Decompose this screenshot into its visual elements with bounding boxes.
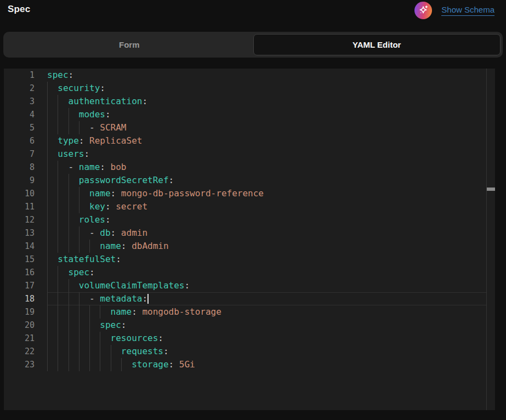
code-line-content: name: mongo-db-password-reference: [47, 187, 486, 200]
code-line[interactable]: 18 - metadata:: [4, 292, 495, 305]
code-text: - SCRAM: [47, 121, 486, 134]
code-text: name: dbAdmin: [47, 240, 486, 253]
code-line[interactable]: 14 name: dbAdmin: [4, 240, 495, 253]
code-text: spec:: [47, 266, 486, 279]
code-line[interactable]: 9 passwordSecretRef:: [4, 174, 495, 187]
line-number: 17: [4, 279, 35, 292]
code-line[interactable]: 21 resources:: [4, 332, 495, 345]
code-line[interactable]: 17 volumeClaimTemplates:: [4, 279, 495, 292]
tab-yaml-editor[interactable]: YAML Editor: [253, 34, 501, 55]
line-number: 14: [4, 240, 35, 253]
header: Spec Show Schema: [0, 0, 506, 31]
code-text: name: mongo-db-password-reference: [47, 187, 486, 200]
line-number: 10: [4, 187, 35, 200]
code-text: - name: bob: [47, 161, 486, 174]
line-number: 20: [4, 319, 35, 332]
show-schema-link[interactable]: Show Schema: [441, 5, 494, 16]
code-text: requests:: [47, 345, 486, 358]
code-line[interactable]: 6 type: ReplicaSet: [4, 134, 495, 147]
code-line[interactable]: 15 statefulSet:: [4, 253, 495, 266]
code-line-content: - name: bob: [47, 161, 486, 174]
code-text: authentication:: [47, 95, 486, 108]
code-text: resources:: [47, 332, 486, 345]
code-text: key: secret: [47, 200, 486, 213]
code-line[interactable]: 11 key: secret: [4, 200, 495, 213]
code-line-content: - db: admin: [47, 226, 486, 240]
code-line-content: spec:: [47, 266, 486, 279]
line-number: 15: [4, 253, 35, 266]
code-text: type: ReplicaSet: [47, 134, 486, 147]
ai-sparkles-icon[interactable]: [414, 2, 432, 19]
code-line-content: users:: [47, 147, 486, 161]
line-number: 1: [4, 69, 35, 82]
code-line-content: spec:: [47, 69, 486, 82]
code-line-content: roles:: [47, 213, 486, 226]
code-text: name: mongodb-storage: [47, 305, 486, 319]
line-number: 23: [4, 358, 35, 371]
code-line-content: statefulSet:: [47, 253, 486, 266]
line-number: 5: [4, 121, 35, 134]
code-line-content: passwordSecretRef:: [47, 174, 486, 187]
code-line-content: authentication:: [47, 95, 486, 108]
code-text: - metadata:: [47, 292, 486, 305]
line-number: 4: [4, 108, 35, 121]
code-line-content: type: ReplicaSet: [47, 134, 486, 147]
code-text: security:: [47, 82, 486, 95]
code-text: spec:: [47, 319, 486, 332]
line-number: 2: [4, 82, 35, 95]
line-number: 18: [4, 292, 35, 305]
code-line[interactable]: 5 - SCRAM: [4, 121, 495, 134]
header-actions: Show Schema: [414, 1, 494, 20]
page-title: Spec: [8, 4, 30, 15]
line-number: 6: [4, 134, 35, 147]
code-line-content: volumeClaimTemplates:: [47, 279, 486, 292]
editor-scrollbar[interactable]: [486, 69, 495, 410]
code-line[interactable]: 10 name: mongo-db-password-reference: [4, 187, 495, 200]
code-line-content: - SCRAM: [47, 121, 486, 134]
code-text: users:: [47, 147, 486, 161]
code-text: volumeClaimTemplates:: [47, 279, 486, 292]
code-line-content: storage: 5Gi: [47, 358, 486, 371]
code-line[interactable]: 16 spec:: [4, 266, 495, 279]
code-line[interactable]: 23 storage: 5Gi: [4, 358, 495, 371]
line-number: 21: [4, 332, 35, 345]
line-number: 22: [4, 345, 35, 358]
tab-form[interactable]: Form: [5, 34, 253, 55]
code-text: modes:: [47, 108, 486, 121]
code-line-content: spec:: [47, 319, 486, 332]
code-text: - db: admin: [47, 226, 486, 240]
code-line[interactable]: 2 security:: [4, 82, 495, 95]
code-lines: 1spec:2 security:3 authentication:4 mode…: [4, 69, 495, 371]
line-number: 11: [4, 200, 35, 213]
code-line-content: - metadata:: [47, 292, 486, 305]
code-line[interactable]: 8 - name: bob: [4, 161, 495, 174]
line-number: 3: [4, 95, 35, 108]
code-line[interactable]: 19 name: mongodb-storage: [4, 305, 495, 319]
code-line-content: name: dbAdmin: [47, 240, 486, 253]
code-line-content: resources:: [47, 332, 486, 345]
code-text: storage: 5Gi: [47, 358, 486, 371]
tab-bar: Form YAML Editor: [3, 32, 503, 58]
text-cursor: [147, 294, 149, 304]
code-line[interactable]: 12 roles:: [4, 213, 495, 226]
yaml-editor[interactable]: 1spec:2 security:3 authentication:4 mode…: [4, 69, 495, 410]
overview-ruler-cursor-mark: [487, 188, 495, 191]
code-line[interactable]: 7 users:: [4, 147, 495, 161]
code-text: statefulSet:: [47, 253, 486, 266]
code-line[interactable]: 20 spec:: [4, 319, 495, 332]
line-number: 9: [4, 174, 35, 187]
code-line-content: key: secret: [47, 200, 486, 213]
line-number: 13: [4, 226, 35, 240]
line-number: 7: [4, 147, 35, 161]
code-text: roles:: [47, 213, 486, 226]
code-line[interactable]: 3 authentication:: [4, 95, 495, 108]
code-line-content: requests:: [47, 345, 486, 358]
code-line[interactable]: 22 requests:: [4, 345, 495, 358]
code-line-content: modes:: [47, 108, 486, 121]
code-line[interactable]: 13 - db: admin: [4, 226, 495, 240]
code-line-content: name: mongodb-storage: [47, 305, 486, 319]
sparkle-glyph: [417, 4, 429, 16]
code-line[interactable]: 1spec:: [4, 69, 495, 82]
line-number: 19: [4, 305, 35, 319]
code-line[interactable]: 4 modes:: [4, 108, 495, 121]
